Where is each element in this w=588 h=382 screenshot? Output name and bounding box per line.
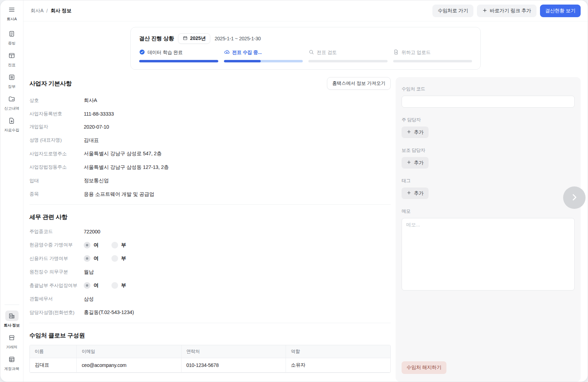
tag-label: 태그 bbox=[402, 178, 575, 184]
sub-manager-label: 보조 담당자 bbox=[402, 147, 575, 154]
search-icon bbox=[308, 49, 314, 56]
col-role: 역할 bbox=[286, 345, 390, 358]
add-sub-manager-button[interactable]: 추가 bbox=[402, 157, 429, 169]
cloud-download-icon bbox=[224, 49, 230, 56]
app-window: 회사A 증빙 전표 장부 신고내역 bbox=[0, 0, 588, 382]
field-row: 관할세무서삼성 bbox=[29, 296, 391, 302]
field-row: 업태정보통신업 bbox=[29, 177, 391, 184]
hamburger-menu-icon bbox=[8, 6, 15, 15]
sidebar-item-ledger[interactable]: 장부 bbox=[8, 74, 15, 89]
sidebar: 회사A 증빙 전표 장부 신고내역 bbox=[0, 0, 23, 382]
table-columns-icon bbox=[8, 52, 15, 61]
breadcrumb-separator: / bbox=[46, 8, 48, 14]
table-row[interactable]: 김대표 ceo@acompany.com 010-1234-5678 소유자 bbox=[30, 358, 390, 372]
next-page-button[interactable] bbox=[563, 186, 586, 209]
field-row-radio: 현금영수증 가맹여부 여 부 bbox=[29, 242, 391, 248]
field-row: 원천징수 의무구분월납 bbox=[29, 269, 391, 275]
radio-yes-selected[interactable] bbox=[84, 255, 90, 262]
section-divider bbox=[29, 323, 391, 323]
table-header-row: 이름 이메일 연락처 역할 bbox=[30, 345, 390, 358]
radio-yes-selected[interactable] bbox=[84, 242, 90, 248]
plus-icon bbox=[406, 160, 411, 166]
section-divider bbox=[29, 204, 391, 205]
section-title-business-info: 사업자 기본사항 bbox=[29, 80, 72, 88]
field-row: 사업장법정동주소서울특별시 강남구 삼성동 127-13, 2층 bbox=[29, 164, 391, 171]
field-row: 종목응용 소프트웨어 개발 및 공급업 bbox=[29, 191, 391, 198]
breadcrumb: 회사A / 회사 정보 bbox=[30, 8, 71, 14]
building-icon bbox=[5, 311, 19, 321]
sidebar-company-menu[interactable]: 회사A bbox=[7, 6, 16, 22]
client-code-input[interactable] bbox=[402, 96, 575, 108]
progress-date-range: 2025-1-1 ~ 2025-1-30 bbox=[214, 36, 261, 41]
tax-fields: 주업종코드722000 현금영수증 가맹여부 여 부 신용카드 가맹여부 여 부 bbox=[29, 228, 391, 316]
settlement-progress-card: 결산 진행 상황 2025년 2025-1-1 ~ 2025-1-30 bbox=[130, 27, 481, 70]
section-title-tax-info: 세무 관련 사항 bbox=[29, 213, 391, 221]
file-upload-icon bbox=[393, 49, 399, 56]
add-main-manager-button[interactable]: 추가 bbox=[402, 127, 429, 138]
plus-icon bbox=[406, 190, 411, 196]
radio-no[interactable] bbox=[111, 255, 118, 262]
company-detail-content: 사업자 기본사항 홈택스에서 정보 가져오기 상호회사A 사업자등록번호111-… bbox=[29, 77, 391, 382]
topbar: 회사A / 회사 정보 수임처로 가기 바로가기 링크 추가 결산현황 보기 bbox=[23, 0, 588, 21]
progress-steps: 데이터 학습 완료 전표 수집 중... bbox=[139, 49, 472, 62]
sidebar-item-filings[interactable]: 신고내역 bbox=[4, 95, 19, 111]
sidebar-divider bbox=[5, 305, 19, 305]
check-circle-icon bbox=[139, 49, 145, 56]
chevron-right-icon bbox=[570, 193, 579, 203]
field-row: 담당자성명(전화번호)홍길동(T.02-543-1234) bbox=[29, 309, 391, 316]
hometax-import-button[interactable]: 홈택스에서 정보 가져오기 bbox=[327, 77, 391, 90]
topbar-actions: 수임처로 가기 바로가기 링크 추가 결산현황 보기 bbox=[432, 5, 581, 17]
client-code-label: 수임처 코드 bbox=[402, 86, 575, 92]
progress-step-data-learning: 데이터 학습 완료 bbox=[139, 49, 218, 62]
field-row: 사업자등록번호111-88-33333 bbox=[29, 111, 391, 117]
year-selector[interactable]: 2025년 bbox=[178, 33, 210, 44]
field-row-radio: 신용카드 가맹여부 여 부 bbox=[29, 255, 391, 262]
client-settings-panel: 수임처 코드 주 담당자 추가 보조 담당자 추가 bbox=[396, 77, 581, 382]
field-row-radio: 총괄납부 주사업장여부 여 부 bbox=[29, 282, 391, 289]
field-row: 개업일자2020-07-10 bbox=[29, 124, 391, 130]
folder-check-icon bbox=[8, 95, 15, 104]
breadcrumb-parent[interactable]: 회사A bbox=[30, 8, 43, 14]
radio-yes-selected[interactable] bbox=[84, 282, 90, 289]
plus-icon bbox=[482, 8, 487, 14]
progress-step-wehago-upload: 위하고 업로드 bbox=[393, 49, 472, 62]
sidebar-item-evidence[interactable]: 증빙 bbox=[8, 30, 15, 46]
breadcrumb-current: 회사 정보 bbox=[50, 8, 71, 14]
section-title-members: 수임처 클로브 구성원 bbox=[29, 332, 391, 340]
add-tag-button[interactable]: 추가 bbox=[402, 187, 429, 199]
radio-no[interactable] bbox=[111, 242, 118, 248]
col-name: 이름 bbox=[30, 345, 77, 358]
file-download-icon bbox=[8, 117, 15, 126]
col-email: 이메일 bbox=[77, 345, 181, 358]
calendar-icon bbox=[183, 35, 188, 42]
go-client-button[interactable]: 수임처로 가기 bbox=[432, 5, 473, 17]
sidebar-company-label: 회사A bbox=[7, 16, 16, 22]
memo-textarea[interactable] bbox=[402, 218, 575, 291]
sidebar-item-data-collect[interactable]: 자료수집 bbox=[4, 117, 19, 133]
grid-table-icon bbox=[8, 356, 15, 364]
progress-step-slip-review: 전표 검토 bbox=[308, 49, 388, 62]
sidebar-item-accounts[interactable]: 계정과목 bbox=[4, 356, 19, 371]
store-icon bbox=[8, 334, 15, 343]
main-area: 회사A / 회사 정보 수임처로 가기 바로가기 링크 추가 결산현황 보기 bbox=[23, 0, 588, 382]
field-row: 상호회사A bbox=[29, 97, 391, 104]
field-row: 주업종코드722000 bbox=[29, 228, 391, 235]
members-table: 이름 이메일 연락처 역할 김대표 ceo@acompany.com 010-1… bbox=[29, 345, 391, 373]
receipt-icon bbox=[8, 30, 15, 39]
sidebar-item-partners[interactable]: 거래처 bbox=[6, 334, 17, 350]
main-manager-label: 주 담당자 bbox=[402, 117, 575, 123]
business-fields: 상호회사A 사업자등록번호111-88-33333 개업일자2020-07-10… bbox=[29, 97, 391, 198]
field-row: 성명 (대표자명)김대표 bbox=[29, 137, 391, 144]
radio-no[interactable] bbox=[111, 282, 118, 289]
progress-title: 결산 진행 상황 bbox=[139, 35, 174, 42]
plus-icon bbox=[406, 129, 411, 135]
field-row: 사업자도로명주소서울특별시 강남구 삼성로 547, 2층 bbox=[29, 150, 391, 157]
terminate-client-button[interactable]: 수임처 해지하기 bbox=[402, 361, 446, 374]
sidebar-item-company-info[interactable]: 회사 정보 bbox=[4, 311, 20, 328]
sidebar-item-slips[interactable]: 전표 bbox=[8, 52, 15, 68]
col-phone: 연락처 bbox=[181, 345, 286, 358]
progress-step-slip-collect: 전표 수집 중... bbox=[224, 49, 303, 62]
add-shortcut-button[interactable]: 바로가기 링크 추가 bbox=[477, 5, 536, 17]
ledger-list-icon bbox=[8, 74, 15, 82]
view-settlement-button[interactable]: 결산현황 보기 bbox=[540, 5, 581, 17]
